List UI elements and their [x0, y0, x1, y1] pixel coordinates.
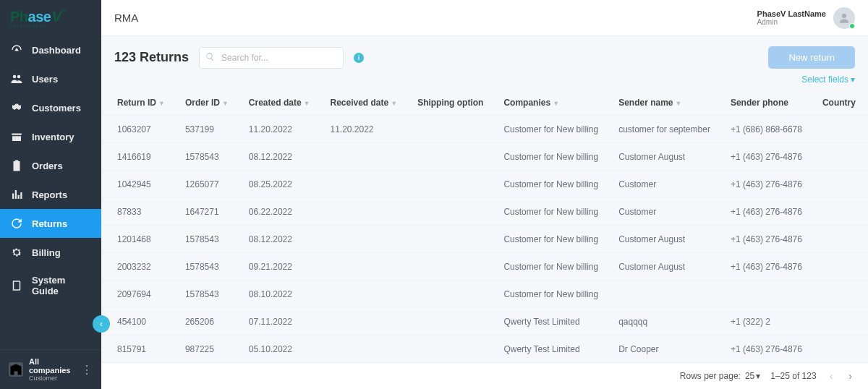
- select-fields-link[interactable]: Select fields ▾: [801, 74, 855, 85]
- book-icon: [10, 279, 23, 292]
- more-icon[interactable]: ⋮: [81, 363, 93, 377]
- table-row: 81579198722505.10.2022Qwerty Test Limite…: [101, 335, 868, 363]
- user-block[interactable]: PhaseV LastName Admin: [757, 7, 855, 29]
- col-companies[interactable]: Companies▼: [493, 90, 608, 116]
- sidebar-collapse-button[interactable]: ‹: [93, 315, 110, 333]
- table-row: 1201468157854308.12.2022Customer for New…: [101, 226, 868, 253]
- cell-created: 08.10.2022: [239, 281, 320, 308]
- cell-sender_phone: +1 (463) 276-4876: [720, 226, 812, 253]
- cell-received: [320, 253, 407, 281]
- cell-sender_name: customer for september: [608, 116, 720, 143]
- topbar: RMA PhaseV LastName Admin: [101, 0, 868, 36]
- cell-sender_phone: +1 (322) 2: [720, 308, 812, 335]
- pagination: Rows per page: 25 ▾ 1–25 of 123 ‹ ›: [101, 362, 868, 389]
- cell-received: [320, 335, 407, 363]
- chevron-down-icon: ▾: [756, 371, 760, 381]
- select-fields-label: Select fields: [801, 74, 848, 85]
- sidebar-item-label: System Guide: [32, 275, 91, 296]
- cell-country: [812, 253, 866, 281]
- cell-shipping: [407, 198, 493, 226]
- search-input[interactable]: [199, 47, 344, 69]
- returns-table: Return ID▼Order ID▼Created date▼Received…: [101, 90, 868, 362]
- cell-created: 08.25.2022: [239, 171, 320, 198]
- search-wrap: [199, 47, 344, 69]
- cell-companies: Customer for New billing: [493, 226, 608, 253]
- return-icon: [10, 217, 23, 230]
- cell-return_id: 2003232: [101, 253, 175, 281]
- sidebar-item-billing[interactable]: Billing: [0, 238, 101, 267]
- sidebar-item-reports[interactable]: Reports: [0, 180, 101, 209]
- rpp-select[interactable]: 25 ▾: [745, 371, 760, 381]
- cell-country: [812, 281, 866, 308]
- col-order_id[interactable]: Order ID▼: [175, 90, 239, 116]
- cell-companies: Customer for New billing: [493, 143, 608, 171]
- col-sender_name[interactable]: Sender name▼: [608, 90, 720, 116]
- page-heading: 123 Returns: [114, 50, 189, 65]
- gear-icon: [10, 246, 23, 259]
- sidebar-item-customers[interactable]: Customers: [0, 93, 101, 122]
- sidebar-item-returns[interactable]: Returns: [0, 209, 101, 238]
- cell-sender_phone: +1 (463) 276-4876: [720, 198, 812, 226]
- cell-companies: Qwerty Test Limited: [493, 308, 608, 335]
- cell-shipping: [407, 171, 493, 198]
- sidebar-footer-text: All companies Customer: [29, 357, 75, 382]
- sidebar-footer[interactable]: All companies Customer ⋮: [0, 349, 101, 389]
- svg-point-0: [842, 14, 846, 18]
- cell-sender_phone: +1 (463) 276-4876: [720, 335, 812, 363]
- cell-order_id: 1647271: [175, 198, 239, 226]
- sidebar-item-label: Billing: [32, 247, 61, 258]
- cell-order_id: 987225: [175, 335, 239, 363]
- cell-sender_phone: +1 (463) 276-4876: [720, 171, 812, 198]
- table-row: 1416619157854308.12.2022Customer for New…: [101, 143, 868, 171]
- new-return-button[interactable]: New return: [768, 46, 855, 69]
- cell-created: 07.11.2022: [239, 308, 320, 335]
- cell-sender_phone: +1 (686) 868-6678: [720, 116, 812, 143]
- cell-companies: Customer for New billing: [493, 253, 608, 281]
- cell-received: [320, 198, 407, 226]
- cell-order_id: 1265077: [175, 171, 239, 198]
- sidebar-item-users[interactable]: Users: [0, 64, 101, 93]
- cell-country: [812, 171, 866, 198]
- col-received[interactable]: Received date▼: [320, 90, 407, 116]
- next-page-button[interactable]: ›: [846, 370, 855, 382]
- rpp-value: 25: [745, 371, 754, 381]
- sidebar-item-dashboard[interactable]: Dashboard: [0, 35, 101, 64]
- company-icon: [9, 362, 23, 377]
- cell-shipping: [407, 226, 493, 253]
- cell-sender_name: [608, 281, 720, 308]
- cell-sender_name: Customer: [608, 171, 720, 198]
- user-role: Admin: [757, 18, 826, 26]
- cell-sender_phone: [720, 281, 812, 308]
- cell-sender_name: qaqqqq: [608, 308, 720, 335]
- sidebar-item-label: Customers: [32, 103, 81, 114]
- prev-page-button[interactable]: ‹: [827, 370, 836, 382]
- cell-shipping: [407, 308, 493, 335]
- cell-country: [812, 116, 866, 143]
- sidebar-item-orders[interactable]: Orders: [0, 151, 101, 180]
- sort-icon: ▼: [158, 100, 165, 107]
- cell-return_id: 1063207: [101, 116, 175, 143]
- sidebar-item-inventory[interactable]: Inventory: [0, 122, 101, 151]
- sidebar-item-label: Users: [32, 74, 58, 85]
- logo-part2: ase: [28, 9, 51, 25]
- main: RMA PhaseV LastName Admin 123 Returns: [101, 0, 868, 389]
- cell-companies: Customer for New billing: [493, 198, 608, 226]
- cell-created: 06.22.2022: [239, 198, 320, 226]
- cell-received: [320, 226, 407, 253]
- cell-return_id: 1416619: [101, 143, 175, 171]
- cell-order_id: 537199: [175, 116, 239, 143]
- search-icon: [205, 52, 215, 64]
- table-row: 87833164727106.22.2022Customer for New b…: [101, 198, 868, 226]
- col-return_id[interactable]: Return ID▼: [101, 90, 175, 116]
- cell-sender_name: Customer August: [608, 253, 720, 281]
- cell-order_id: 1578543: [175, 226, 239, 253]
- cell-sender_name: Dr Cooper: [608, 335, 720, 363]
- sidebar-item-guide[interactable]: System Guide: [0, 267, 101, 304]
- logo: PhaseV™ FULFILLMENT: [0, 0, 101, 35]
- cell-country: [812, 226, 866, 253]
- logo-tm: ™: [61, 9, 67, 15]
- info-icon[interactable]: i: [354, 53, 364, 63]
- avatar[interactable]: [833, 7, 855, 29]
- cell-return_id: 1042945: [101, 171, 175, 198]
- col-created[interactable]: Created date▼: [239, 90, 320, 116]
